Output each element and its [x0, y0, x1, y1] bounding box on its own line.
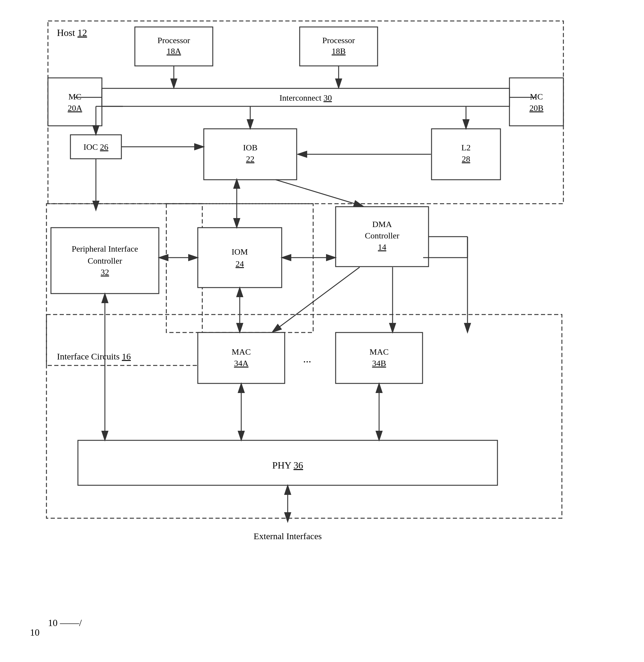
svg-text:28: 28 [462, 154, 470, 164]
svg-text:MAC: MAC [232, 347, 251, 356]
svg-rect-13 [48, 78, 102, 126]
svg-rect-48 [336, 332, 422, 383]
svg-text:24: 24 [235, 259, 244, 268]
svg-text:IOC 26: IOC 26 [83, 142, 108, 151]
svg-rect-44 [198, 332, 285, 383]
svg-rect-38 [336, 207, 429, 267]
svg-text:DMA: DMA [372, 219, 392, 229]
svg-rect-21 [70, 135, 121, 159]
svg-text:...: ... [303, 353, 312, 365]
svg-text:14: 14 [378, 242, 386, 252]
svg-line-68 [273, 267, 360, 332]
svg-text:External Interfaces: External Interfaces [254, 531, 322, 541]
svg-text:34A: 34A [234, 359, 249, 368]
svg-text:Processor: Processor [322, 36, 355, 45]
svg-rect-51 [78, 440, 498, 485]
svg-rect-31 [51, 228, 159, 293]
svg-text:PHY 36: PHY 36 [272, 460, 303, 471]
svg-text:Host 12: Host 12 [57, 27, 87, 38]
svg-text:Peripheral Interface: Peripheral Interface [72, 244, 138, 254]
svg-rect-29 [46, 204, 202, 365]
svg-rect-23 [204, 129, 297, 180]
svg-rect-7 [135, 27, 213, 66]
svg-text:MC: MC [530, 92, 543, 101]
svg-rect-16 [509, 78, 564, 126]
svg-rect-42 [46, 314, 562, 518]
svg-text:Processor: Processor [158, 36, 190, 45]
svg-text:18A: 18A [167, 46, 181, 56]
svg-text:IOB: IOB [243, 143, 257, 152]
svg-line-65 [276, 180, 363, 206]
svg-text:32: 32 [101, 267, 109, 277]
svg-text:Interconnect 30: Interconnect 30 [280, 93, 332, 102]
svg-text:Controller: Controller [365, 231, 399, 240]
svg-rect-26 [432, 129, 501, 180]
svg-text:34B: 34B [372, 359, 386, 368]
svg-rect-10 [300, 27, 377, 66]
svg-text:MAC: MAC [369, 347, 389, 356]
svg-rect-35 [198, 228, 282, 288]
svg-text:20A: 20A [68, 103, 83, 113]
svg-text:IOM: IOM [232, 247, 248, 256]
svg-text:20B: 20B [530, 103, 544, 113]
svg-text:L2: L2 [461, 143, 470, 152]
svg-rect-5 [48, 21, 564, 204]
svg-text:Controller: Controller [88, 256, 122, 265]
svg-text:22: 22 [246, 154, 254, 164]
svg-rect-19 [102, 88, 509, 107]
svg-text:10 ——/: 10 ——/ [48, 617, 82, 628]
svg-text:MC: MC [68, 92, 82, 101]
svg-text:18B: 18B [332, 46, 346, 56]
svg-text:Interface Circuits 16: Interface Circuits 16 [57, 351, 131, 361]
svg-rect-30 [166, 204, 313, 332]
figure-number: 10 [30, 627, 40, 638]
